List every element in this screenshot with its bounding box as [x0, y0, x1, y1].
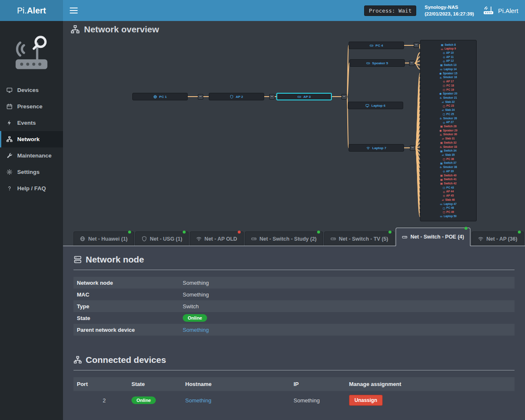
- node-detail-row: MAC Something: [74, 289, 514, 300]
- cluster-device[interactable]: ◇AP 17: [420, 79, 476, 84]
- ap-icon: ◇: [443, 191, 445, 193]
- cluster-device[interactable]: ▢PC 48: [420, 206, 476, 210]
- tab-net-huawei[interactable]: Net - Huawei (1): [74, 231, 134, 246]
- sidebar-nav: Devices Presence Events Network Maintena…: [0, 82, 63, 197]
- ap-icon: ◇: [443, 194, 445, 197]
- sidebar-item-settings[interactable]: Settings: [0, 164, 63, 180]
- cluster-device-label: Laptop 9: [444, 47, 456, 50]
- network-node-ap-2[interactable]: AP 2: [209, 93, 264, 100]
- cluster-device[interactable]: ◇AP 12: [420, 59, 476, 63]
- network-node-ap-3[interactable]: AP 3: [276, 93, 332, 100]
- sidebar-item-presence[interactable]: Presence: [0, 98, 63, 115]
- cluster-device[interactable]: ▤Switch 32: [420, 141, 476, 145]
- cluster-device[interactable]: ♨Smoker 16: [420, 76, 476, 80]
- cluster-device-label: Slab 46: [445, 199, 455, 202]
- cluster-device[interactable]: ▢PC 19: [420, 88, 476, 92]
- collapse-toggle[interactable]: −: [341, 94, 347, 100]
- ap-icon: ◇: [443, 170, 445, 173]
- cluster-device[interactable]: ▢PC 36: [420, 157, 476, 161]
- parent-device-link[interactable]: Something: [183, 327, 209, 333]
- sidebar-item-help[interactable]: Help / FAQ: [0, 180, 63, 197]
- switch-icon: ▤: [440, 182, 443, 185]
- brand-text-bold: Alert: [27, 6, 46, 16]
- collapse-toggle[interactable]: −: [409, 60, 415, 66]
- network-node-pc-4[interactable]: PC 4: [349, 42, 404, 49]
- sidebar-item-maintenance[interactable]: Maintenance: [0, 147, 63, 164]
- hostname-link[interactable]: Something: [185, 397, 211, 404]
- network-node-pc-1[interactable]: PC 1: [132, 93, 188, 100]
- tab-net-switch-poe[interactable]: Net - Switch - POE (4): [396, 228, 470, 246]
- collapse-toggle[interactable]: −: [410, 145, 415, 151]
- cluster-device[interactable]: ▭Laptop 9: [420, 47, 476, 51]
- collapse-toggle[interactable]: −: [269, 94, 275, 100]
- tab-net-ap[interactable]: Net - AP (36): [472, 231, 524, 246]
- cluster-device[interactable]: ▱Slab 46: [420, 198, 476, 202]
- cluster-device-label: AP 10: [446, 52, 454, 55]
- cluster-device[interactable]: ▱Slab 24: [420, 108, 476, 113]
- switch-icon: ▤: [440, 125, 443, 128]
- brand-logo[interactable]: Pi.Alert: [0, 0, 63, 21]
- menu-toggle-icon[interactable]: [70, 8, 78, 13]
- cluster-device[interactable]: ▤Switch 28: [420, 124, 476, 129]
- hdd-icon: [366, 61, 370, 65]
- online-status-badge: Online: [131, 396, 156, 404]
- cluster-device[interactable]: ◇AP 27: [420, 121, 476, 125]
- cluster-device[interactable]: ◇AP 45: [420, 194, 476, 198]
- cluster-device[interactable]: ▱Slab 31: [420, 137, 476, 141]
- cluster-device[interactable]: ▢PC 23: [420, 104, 476, 108]
- network-node-speaker-5[interactable]: Speaker 5: [349, 59, 405, 67]
- cluster-device[interactable]: ▢PC 43: [420, 186, 476, 190]
- sidebar-item-label: Network: [17, 136, 39, 142]
- cluster-device[interactable]: ▭Laptop 14: [420, 67, 476, 71]
- cluster-device[interactable]: ▢PC 49: [420, 210, 476, 214]
- app-badge[interactable]: Pi.Alert: [483, 5, 518, 16]
- cluster-device[interactable]: ▭Laptop 47: [420, 202, 476, 206]
- network-node-laptop-7[interactable]: Laptop 7: [349, 144, 404, 152]
- cluster-device[interactable]: ▤Switch 42: [420, 181, 476, 186]
- cluster-device[interactable]: ◉Speaker 29: [420, 129, 476, 133]
- cluster-device[interactable]: ♨Smoker 30: [420, 133, 476, 137]
- cluster-device[interactable]: ▱Slab 35: [420, 153, 476, 157]
- node-detail-row: Type Switch: [74, 300, 514, 312]
- network-node-laptop-6[interactable]: Laptop 6: [348, 102, 403, 109]
- cluster-device-label: Speaker 20: [443, 92, 457, 95]
- cluster-device[interactable]: ▤Switch 40: [420, 173, 476, 178]
- collapse-toggle[interactable]: −: [414, 42, 419, 48]
- cluster-device[interactable]: ◇AP 11: [420, 55, 476, 59]
- tab-net-switch-study[interactable]: Net - Switch - Study (2): [245, 231, 323, 246]
- tab-net-ap-old[interactable]: Net - AP OLD: [190, 231, 244, 246]
- node-details-table: Network node Something MAC Something Typ…: [74, 277, 514, 336]
- tab-net-usg[interactable]: Net - USG (1): [135, 231, 189, 246]
- divider: [74, 270, 514, 270]
- cluster-device[interactable]: ▢PC 25: [420, 112, 476, 116]
- cluster-device[interactable]: ♨Smoker 21: [420, 96, 476, 100]
- cluster-device[interactable]: ▤Switch 34: [420, 149, 476, 153]
- ap-icon: ◇: [443, 80, 445, 83]
- cluster-device[interactable]: ♨Smoker 26: [420, 116, 476, 121]
- cluster-device[interactable]: ♨Smoker 38: [420, 165, 476, 170]
- cluster-device[interactable]: ◇AP 44: [420, 190, 476, 194]
- cluster-device[interactable]: ◇AP 39: [420, 169, 476, 173]
- cluster-device[interactable]: ▢PC 18: [420, 84, 476, 88]
- cluster-device[interactable]: ▤Switch 13: [420, 63, 476, 68]
- sidebar-item-devices[interactable]: Devices: [0, 82, 63, 98]
- cluster-device[interactable]: ◉Speaker 15: [420, 71, 476, 76]
- status-dot: [238, 231, 241, 234]
- cluster-device[interactable]: ▭Laptop 50: [420, 214, 476, 218]
- unassign-button[interactable]: Unassign: [349, 395, 383, 406]
- cluster-device[interactable]: ▤Switch 37: [420, 161, 476, 165]
- smoker-icon: ♨: [440, 166, 442, 168]
- sidebar-item-network[interactable]: Network: [0, 131, 63, 147]
- cluster-device[interactable]: ▤Switch 41: [420, 178, 476, 182]
- tab-net-switch-tv[interactable]: Net - Switch - TV (5): [324, 231, 394, 246]
- cluster-device[interactable]: ▱Slab 22: [420, 100, 476, 104]
- sidebar-item-events[interactable]: Events: [0, 115, 63, 131]
- collapse-toggle[interactable]: −: [198, 94, 203, 100]
- cluster-device[interactable]: ◇AP 10: [420, 51, 476, 55]
- top-bar: Pi.Alert Process: Wait Synology-NAS (22/…: [0, 0, 525, 21]
- cluster-device[interactable]: ▤Switch 8: [420, 43, 476, 47]
- cluster-device[interactable]: ◉Speaker 20: [420, 92, 476, 96]
- pc-icon: ▢: [443, 113, 445, 116]
- cluster-device-label: Switch 41: [444, 178, 457, 181]
- cluster-device[interactable]: ♨Smoker 33: [420, 145, 476, 149]
